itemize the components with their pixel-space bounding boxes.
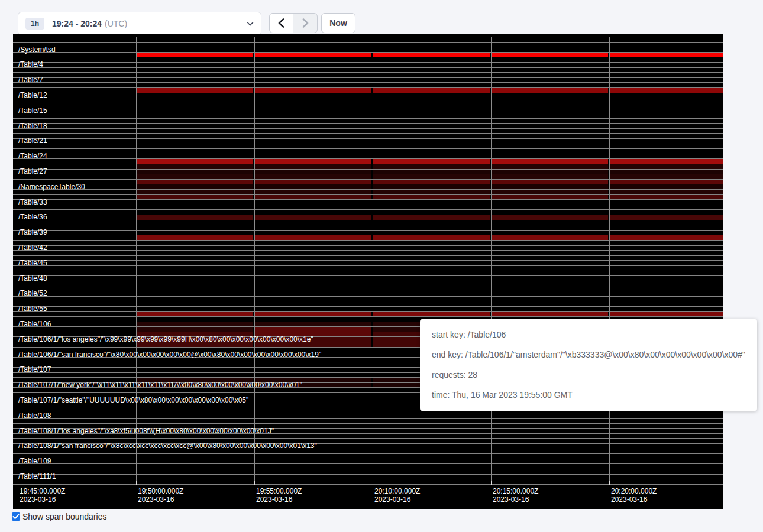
span-boundary-line bbox=[13, 118, 723, 119]
key-label: /Table/48 bbox=[18, 274, 47, 283]
span-boundary-line bbox=[13, 463, 723, 464]
heat-band bbox=[373, 312, 490, 316]
key-label: /Table/107 bbox=[18, 365, 51, 374]
time-grid-line bbox=[373, 37, 373, 481]
heat-band bbox=[609, 235, 723, 240]
heat-band bbox=[373, 184, 490, 189]
time-grid-line bbox=[136, 37, 137, 481]
heat-band bbox=[136, 159, 253, 164]
span-boundary-line bbox=[13, 184, 723, 184]
span-boundary-line bbox=[13, 189, 723, 190]
heat-band bbox=[609, 215, 723, 220]
span-boundary-line bbox=[13, 62, 723, 63]
heat-band bbox=[373, 88, 490, 93]
heat-band bbox=[136, 164, 253, 169]
span-boundary-line bbox=[13, 158, 723, 159]
time-grid-line bbox=[491, 37, 492, 481]
axis-tick bbox=[18, 481, 18, 485]
time-range-picker[interactable]: 1h 19:24 - 20:24 (UTC) bbox=[18, 12, 261, 35]
tooltip-end-key: end key: /Table/106/1/"amsterdam"/"\xb33… bbox=[432, 349, 745, 361]
axis-tick bbox=[491, 481, 492, 485]
heat-band bbox=[136, 170, 253, 174]
key-label: /Table/52 bbox=[18, 289, 47, 297]
heat-band bbox=[373, 53, 490, 57]
heat-band bbox=[609, 174, 723, 179]
axis-tick-label: 20:10:00.000Z 2023-03-16 bbox=[374, 487, 420, 504]
key-label: /Table/45 bbox=[18, 259, 47, 267]
show-span-boundaries-checkbox[interactable] bbox=[12, 512, 20, 521]
heat-band bbox=[491, 190, 608, 194]
heat-band bbox=[609, 180, 723, 184]
key-label: /Table/12 bbox=[18, 91, 47, 99]
span-boundary-line bbox=[13, 128, 723, 129]
heat-band bbox=[136, 235, 253, 240]
next-time-button[interactable] bbox=[293, 13, 318, 33]
span-boundary-line bbox=[13, 148, 723, 149]
key-label: /NamespaceTable/30 bbox=[18, 183, 85, 191]
heat-band bbox=[254, 170, 371, 174]
span-boundary-line bbox=[13, 306, 723, 307]
span-boundary-line bbox=[13, 479, 723, 479]
span-boundary-line bbox=[13, 271, 723, 271]
span-boundary-line bbox=[13, 199, 723, 200]
heat-band bbox=[491, 53, 608, 57]
heat-band bbox=[254, 235, 371, 240]
span-boundary-line bbox=[13, 164, 723, 164]
axis-tick bbox=[136, 481, 137, 485]
span-boundary-line bbox=[13, 235, 723, 235]
prev-time-button[interactable] bbox=[269, 13, 293, 33]
span-boundary-line bbox=[13, 453, 723, 454]
heat-band bbox=[373, 235, 490, 240]
span-boundary-line bbox=[13, 72, 723, 73]
axis-tick bbox=[609, 481, 610, 485]
key-label: /Table/108/1/"los angeles"/"\xa8\xf5\u00… bbox=[18, 427, 274, 435]
chevron-left-icon bbox=[278, 18, 284, 28]
key-label: /Table/106 bbox=[18, 320, 51, 328]
span-boundary-line bbox=[13, 87, 723, 88]
heat-band bbox=[373, 164, 490, 169]
key-label: /Table/18 bbox=[18, 122, 47, 130]
heat-band bbox=[491, 159, 608, 164]
span-boundary-line bbox=[13, 438, 723, 439]
key-label: /Table/15 bbox=[18, 106, 47, 115]
span-boundary-line bbox=[13, 240, 723, 241]
time-grid-line bbox=[254, 37, 255, 481]
span-boundary-line bbox=[13, 281, 723, 281]
span-boundary-line bbox=[13, 255, 723, 256]
span-boundary-line bbox=[13, 413, 723, 413]
tooltip-time: time: Thu, 16 Mar 2023 19:55:00 GMT bbox=[432, 389, 745, 401]
heat-band bbox=[136, 327, 253, 332]
show-span-boundaries-row: Show span boundaries bbox=[12, 512, 106, 521]
show-span-boundaries-label: Show span boundaries bbox=[22, 512, 106, 521]
span-boundary-line bbox=[13, 275, 723, 276]
span-tooltip: start key: /Table/106 end key: /Table/10… bbox=[420, 319, 757, 411]
heat-band bbox=[491, 164, 608, 169]
heat-band bbox=[254, 327, 371, 332]
span-boundary-line bbox=[13, 245, 723, 246]
heat-band bbox=[373, 195, 490, 200]
heat-band bbox=[373, 190, 490, 194]
heat-band bbox=[136, 53, 253, 57]
key-label: /Table/111/1 bbox=[18, 472, 56, 481]
span-boundary-line bbox=[13, 220, 723, 220]
axis-tick-label: 19:55:00.000Z 2023-03-16 bbox=[256, 487, 302, 504]
heat-band bbox=[254, 53, 371, 57]
heat-band bbox=[136, 88, 253, 93]
heat-band bbox=[609, 312, 723, 316]
chevron-right-icon bbox=[302, 18, 309, 28]
key-label: /Table/21 bbox=[18, 137, 47, 145]
span-boundary-line bbox=[13, 286, 723, 286]
duration-badge: 1h bbox=[25, 18, 44, 30]
heat-band bbox=[491, 180, 608, 184]
span-boundary-line bbox=[13, 57, 723, 57]
span-boundary-line bbox=[13, 230, 723, 231]
heat-band bbox=[373, 170, 490, 174]
span-boundary-line bbox=[13, 108, 723, 108]
heat-band bbox=[254, 159, 371, 164]
now-button[interactable]: Now bbox=[321, 13, 355, 33]
span-boundary-line bbox=[13, 194, 723, 195]
key-visualizer-heatmap[interactable]: 19:45:00.000Z 2023-03-1619:50:00.000Z 20… bbox=[13, 34, 723, 509]
heat-band bbox=[254, 180, 371, 184]
span-boundary-line bbox=[13, 469, 723, 469]
heat-band bbox=[609, 170, 723, 174]
